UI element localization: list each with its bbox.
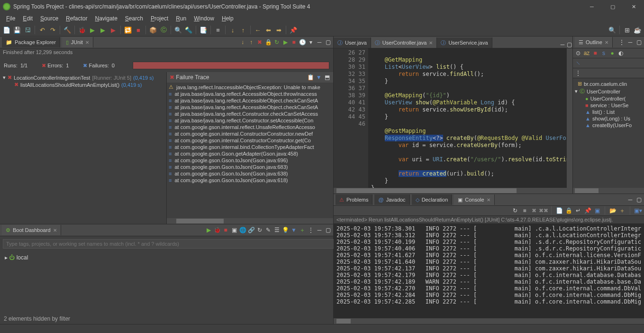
hide-local-icon[interactable]: ◐ [617, 50, 624, 56]
toggle-breadcrumb-icon[interactable]: ≡ [213, 25, 223, 35]
new-icon[interactable]: 📄 [2, 25, 11, 35]
open-console-2-icon[interactable]: 📂 [609, 207, 616, 214]
compare-icon[interactable]: 📋 [307, 74, 314, 81]
trace-row[interactable]: ⚠java.lang.reflect.InaccessibleObjectExc… [167, 83, 333, 91]
toggle-mark-icon[interactable]: 📑 [199, 25, 208, 35]
save-all-icon[interactable]: 🖫 [23, 25, 32, 35]
trace-row[interactable]: ≡at java.base/java.lang.reflect.Accessib… [167, 104, 333, 111]
scroll-lock-console-icon[interactable]: 🔒 [565, 207, 572, 214]
open-console-icon[interactable]: ▣ [231, 227, 237, 233]
sort-icon[interactable]: az [583, 50, 590, 56]
new-package-icon[interactable]: 📦 [148, 25, 158, 35]
console-output[interactable]: 2025-02-03 19:57:38.301 INFO 2272 --- [ … [334, 223, 644, 318]
tab-console[interactable]: ▣Console✕ [454, 194, 494, 205]
trace-row[interactable]: ≡at com.google.gson.internal.Constructor… [167, 130, 333, 137]
stop-junit-icon[interactable]: ■ [290, 39, 297, 46]
view-menu-icon[interactable]: ▾ [308, 39, 314, 46]
forward-icon[interactable]: ➡ [274, 25, 283, 35]
open-perspective-icon[interactable]: ⊞ [622, 25, 632, 35]
close-icon[interactable]: ✕ [429, 40, 433, 46]
boot-menu-icon[interactable]: ⋮ [308, 227, 314, 233]
menu-run[interactable]: Run [172, 14, 190, 23]
boot-tree[interactable]: ▸ ⏻ local [0, 251, 333, 264]
menu-navigate[interactable]: Navigate [91, 14, 120, 23]
close-button[interactable]: ✕ [623, 0, 644, 13]
outline-tree[interactable]: ⊞br.com.caelum.clin ▾ⒸUserController ●Us… [573, 78, 644, 188]
trace-row[interactable]: ≡at com.google.gson.internal.Constructor… [167, 137, 333, 144]
console-h-scrollbar[interactable] [334, 318, 644, 324]
tab-boot-dashboard[interactable]: ⚙Boot Dashboard✕ [2, 225, 61, 235]
menu-help[interactable]: Help [218, 14, 237, 23]
minimize-boot-icon[interactable]: ─ [316, 227, 323, 233]
trace-row[interactable]: ≡at com.google.gson.Gson.toJson(Gson.jav… [167, 177, 333, 184]
coverage-icon[interactable]: ▶ [98, 25, 108, 35]
new-class-icon[interactable]: Ⓒ [159, 25, 168, 35]
show-properties-icon[interactable]: ☰ [273, 227, 280, 233]
refresh-boot-icon[interactable]: ↻ [256, 227, 263, 233]
history-icon[interactable]: 🕓 [299, 39, 306, 46]
show-failures-icon[interactable]: ✖ [256, 39, 263, 46]
save-icon[interactable]: 💾 [12, 25, 22, 35]
search-icon[interactable]: 🔦 [184, 25, 193, 35]
menu-file[interactable]: File [3, 14, 18, 23]
new-console-icon[interactable]: ＋ [619, 207, 626, 214]
word-wrap-icon[interactable]: ↵ [575, 207, 581, 214]
outline-h-scrollbar[interactable] [573, 188, 644, 194]
maximize-editor-icon[interactable]: ▢ [566, 41, 572, 48]
menu-refactor[interactable]: Refactor [63, 14, 91, 23]
close-icon[interactable]: ✕ [487, 197, 490, 203]
console-dropdown-icon[interactable]: ▣▾ [635, 207, 641, 214]
rerun-test-icon[interactable]: ↻ [273, 39, 280, 46]
menu-project[interactable]: Project [147, 14, 172, 23]
tab-problems[interactable]: ⚠Problems [336, 194, 372, 205]
minimize-editor-icon[interactable]: ─ [559, 41, 566, 48]
trace-row[interactable]: ≡at com.google.gson.Gson.toJson(Gson.jav… [167, 157, 333, 164]
maximize-console-icon[interactable]: ▢ [635, 196, 642, 203]
code-editor[interactable]: 26 27 28 29 30 31 32 33 34 35 36 37 38 3… [334, 48, 572, 188]
next-failure-icon[interactable]: ↓ [239, 39, 246, 46]
trace-row[interactable]: ≡at java.base/java.lang.reflect.Construc… [167, 111, 333, 117]
minimize-view-icon[interactable]: ─ [316, 39, 323, 46]
outline-item[interactable]: ▲show(Long) : Us [574, 115, 643, 122]
hide-fields-icon[interactable]: ■ [592, 50, 599, 56]
maximize-outline-icon[interactable]: ▢ [635, 39, 642, 46]
terminate-icon[interactable]: ■ [521, 207, 528, 214]
trace-row[interactable]: ≡at com.google.gson.Gson.toJson(Gson.jav… [167, 164, 333, 170]
external-tools-icon[interactable]: ▶ [109, 25, 118, 35]
display-console-icon[interactable]: ▣ [594, 207, 600, 214]
build-icon[interactable]: 🔨 [63, 25, 72, 35]
horizontal-scrollbar[interactable] [167, 218, 333, 224]
failure-trace-list[interactable]: ⚠java.lang.reflect.InaccessibleObjectExc… [167, 83, 333, 218]
start-icon[interactable]: ▶ [205, 227, 212, 233]
relaunch-console-icon[interactable]: ↻ [512, 207, 518, 214]
vertical-scrollbar[interactable] [567, 48, 572, 188]
prev-annotation-icon[interactable]: ↑ [238, 25, 248, 35]
relaunch-icon[interactable]: 🔁 [123, 25, 133, 35]
outline-item[interactable]: ●UserController( [574, 95, 643, 102]
maximize-boot-icon[interactable]: ▢ [325, 227, 331, 233]
trace-row[interactable]: ≡at com.google.gson.Gson.toJson(Gson.jav… [167, 170, 333, 177]
pin-editor-icon[interactable]: 📌 [289, 25, 298, 35]
tab-declaration[interactable]: ◇Declaration [412, 194, 453, 205]
tab-outline[interactable]: ☰Outline✕ [575, 37, 613, 47]
editor-h-scrollbar[interactable] [334, 188, 572, 194]
outline-menu-icon[interactable]: ⋮ [618, 39, 625, 46]
close-icon[interactable]: ✕ [53, 228, 57, 233]
link-outline-icon[interactable]: ⟍ [575, 60, 581, 66]
scroll-lock-icon[interactable]: 🔒 [265, 39, 272, 46]
link-with-icon[interactable]: 🔗 [248, 227, 254, 233]
maximize-button[interactable]: ▢ [602, 0, 623, 13]
debug-boot-icon[interactable]: 🐞 [214, 227, 220, 233]
minimize-console-icon[interactable]: ─ [627, 196, 634, 203]
trace-row[interactable]: ≡at com.google.gson.internal.bind.Collec… [167, 144, 333, 150]
menu-search[interactable]: Search [122, 14, 146, 23]
hide-static-icon[interactable]: s [600, 50, 607, 56]
focus-icon[interactable]: ⊙ [575, 50, 581, 56]
trace-row[interactable]: ≡at java.base/java.lang.reflect.Accessib… [167, 91, 333, 97]
outline-item[interactable]: ▲createBy(UserFo [574, 122, 643, 129]
trace-row[interactable]: ≡at java.base/java.lang.reflect.Accessib… [167, 97, 333, 104]
java-perspective-icon[interactable]: ☕ [633, 25, 642, 35]
outline-more-icon[interactable]: ⋮ [575, 70, 581, 76]
minimize-button[interactable]: ─ [581, 0, 602, 13]
remove-all-icon[interactable]: ✖✖ [540, 207, 547, 214]
